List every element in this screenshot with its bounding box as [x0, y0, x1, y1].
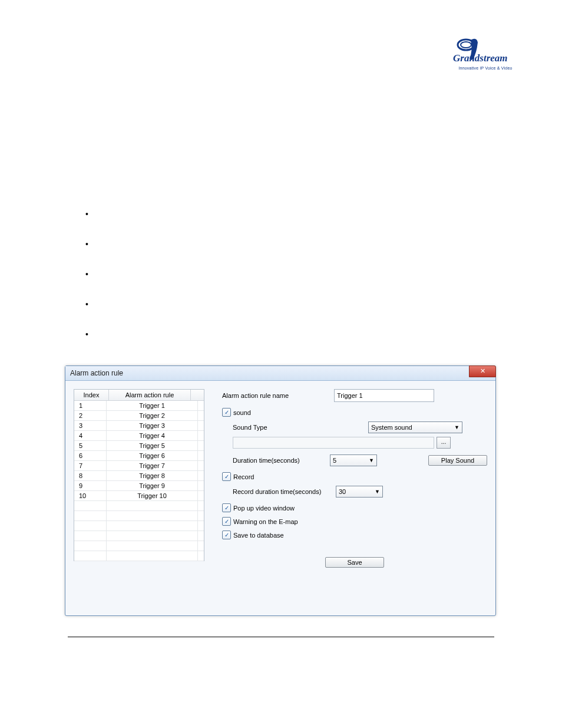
- col-header-rule: Alarm action rule: [109, 390, 191, 400]
- bullet-item: [85, 330, 94, 339]
- table-row[interactable]: 4Trigger 4: [74, 431, 204, 441]
- close-icon: ✕: [480, 367, 485, 374]
- record-checkbox[interactable]: ✓: [222, 472, 231, 481]
- bullet-item: [85, 269, 94, 279]
- table-row[interactable]: 3Trigger 3: [74, 421, 204, 431]
- col-header-index: Index: [74, 390, 109, 400]
- popup-checkbox-label: Pop up video window: [233, 505, 295, 512]
- brand-logo: Grandstream Innovative IP Voice & Video: [450, 35, 521, 70]
- table-row[interactable]: 1Trigger 1: [74, 401, 204, 411]
- save-db-checkbox-label: Save to database: [233, 532, 284, 539]
- save-db-checkbox[interactable]: ✓: [222, 531, 231, 539]
- warning-emap-checkbox[interactable]: ✓: [222, 517, 231, 526]
- table-row: [74, 531, 204, 541]
- close-button[interactable]: ✕: [469, 365, 496, 377]
- table-row[interactable]: 7Trigger 7: [74, 461, 204, 471]
- bullet-item: [85, 299, 94, 309]
- rule-name-input[interactable]: [334, 389, 434, 402]
- svg-text:Grandstream: Grandstream: [453, 52, 508, 64]
- horizontal-rule: [68, 637, 494, 637]
- dialog-title: Alarm action rule: [70, 369, 123, 377]
- rule-list-table[interactable]: Index Alarm action rule 1Trigger 1 2Trig…: [74, 389, 204, 561]
- table-row[interactable]: 10Trigger 10: [74, 491, 204, 501]
- popup-checkbox[interactable]: ✓: [222, 503, 231, 512]
- bullet-item: [85, 239, 94, 249]
- table-row: [74, 511, 204, 521]
- table-row[interactable]: 6Trigger 6: [74, 451, 204, 461]
- table-row[interactable]: 2Trigger 2: [74, 411, 204, 421]
- record-checkbox-label: Record: [233, 473, 254, 480]
- table-row: [74, 501, 204, 511]
- duration-select[interactable]: 5 ▼: [330, 454, 377, 466]
- sound-type-select[interactable]: System sound ▼: [368, 421, 462, 433]
- warning-emap-checkbox-label: Warning on the E-map: [233, 518, 298, 525]
- brand-tagline: Innovative IP Voice & Video: [450, 66, 521, 70]
- table-row[interactable]: 5Trigger 5: [74, 441, 204, 451]
- dialog-titlebar: Alarm action rule ✕: [65, 366, 495, 381]
- sound-checkbox[interactable]: ✓: [222, 408, 231, 417]
- chevron-down-icon: ▼: [454, 424, 459, 430]
- chevron-down-icon: ▼: [369, 457, 374, 463]
- alarm-action-rule-dialog: Alarm action rule ✕ Index Alarm action r…: [65, 365, 496, 616]
- save-button[interactable]: Save: [325, 557, 384, 568]
- table-row[interactable]: 8Trigger 8: [74, 471, 204, 481]
- sound-checkbox-label: sound: [233, 409, 251, 416]
- record-duration-label: Record duration time(seconds): [233, 488, 336, 495]
- table-row[interactable]: 9Trigger 9: [74, 481, 204, 491]
- chevron-down-icon: ▼: [375, 489, 380, 495]
- svg-point-1: [461, 42, 471, 48]
- rule-name-label: Alarm action rule name: [222, 392, 334, 399]
- rule-form: Alarm action rule name ✓ sound Sound Typ…: [204, 389, 487, 607]
- record-duration-select[interactable]: 30 ▼: [336, 486, 383, 498]
- table-row: [74, 521, 204, 531]
- table-row: [74, 541, 204, 551]
- duration-label: Duration time(seconds): [233, 457, 330, 464]
- sound-type-label: Sound Type: [233, 424, 368, 431]
- bullet-list: [85, 209, 94, 360]
- play-sound-button[interactable]: Play Sound: [428, 455, 487, 466]
- bullet-item: [85, 209, 94, 219]
- browse-button[interactable]: ...: [437, 437, 451, 449]
- sound-path-field: [233, 437, 434, 449]
- table-row: [74, 551, 204, 561]
